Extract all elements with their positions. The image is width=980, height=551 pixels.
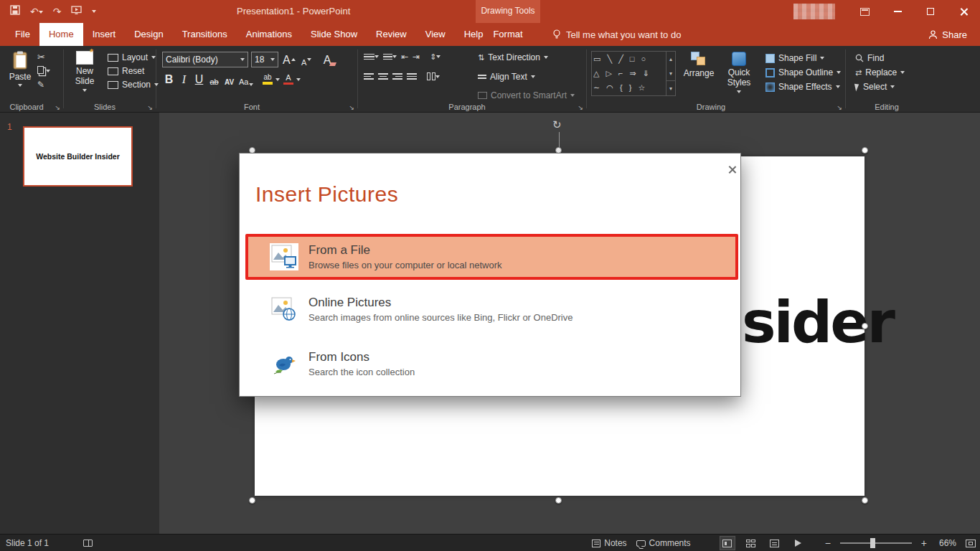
align-text-button[interactable]: Align Text [476,71,537,83]
undo-dropdown-arrow[interactable] [39,11,43,14]
restore-button[interactable] [914,0,947,23]
shapes-row-1[interactable]: ▭ ╲ ╱ □ ○ [593,52,664,66]
start-from-beginning-button[interactable] [71,5,82,18]
cut-button[interactable]: ✂ [37,52,50,62]
selection-handle-bottom-left[interactable] [249,497,255,504]
numbering-dropdown-arrow[interactable] [392,55,397,58]
zoom-level[interactable]: 66% [936,538,956,548]
tab-insert[interactable]: Insert [83,23,126,46]
section-button[interactable]: Section [105,79,161,90]
layout-dropdown-arrow[interactable] [151,56,156,59]
clipboard-dialog-launcher[interactable]: ↘ [55,104,60,111]
shrink-font-button[interactable]: A [300,52,314,67]
ribbon-display-options-button[interactable] [848,0,881,23]
align-right-button[interactable] [392,72,402,81]
drawing-dialog-launcher[interactable]: ↘ [837,104,842,111]
arrange-button[interactable]: Arrange [680,52,717,78]
text-direction-button[interactable]: ⇅Text Direction [476,52,550,63]
minimize-button[interactable] [881,0,914,23]
bullets-dropdown-arrow[interactable] [374,55,379,58]
tab-format[interactable]: Format [476,23,540,46]
replace-button[interactable]: ⇄Replace [853,67,907,78]
copy-dropdown-arrow[interactable] [46,70,50,72]
columns-button[interactable] [427,72,440,80]
shape-effects-button[interactable]: Shape Effects [763,81,843,93]
text-direction-dropdown-arrow[interactable] [544,56,548,59]
font-name-combobox[interactable]: Calibri (Body) [162,52,248,67]
new-slide-button[interactable]: * New Slide [67,51,103,92]
highlight-button[interactable]: ab [260,72,274,87]
bullets-button[interactable] [364,52,379,61]
italic-button[interactable]: I [177,72,191,87]
option-online-pictures[interactable]: Online Pictures Search images from onlin… [270,296,573,323]
change-case-dropdown-arrow[interactable] [249,83,253,86]
font-name-dropdown-arrow[interactable] [240,58,245,61]
line-spacing-dropdown-arrow[interactable] [436,55,440,58]
option-from-a-file[interactable]: From a File Browse files on your compute… [245,234,738,280]
shape-effects-dropdown-arrow[interactable] [836,85,840,88]
spell-check-icon[interactable] [83,540,93,547]
clear-formatting-button[interactable]: A [321,52,334,67]
tab-home[interactable]: Home [39,23,83,46]
notes-button[interactable]: Notes [592,538,626,548]
tell-me-box[interactable]: Tell me what you want to do [552,23,681,46]
align-center-button[interactable] [378,72,388,81]
numbering-button[interactable] [383,52,397,61]
dialog-close-button[interactable] [726,164,729,166]
reset-button[interactable]: Reset [105,65,161,77]
shape-fill-button[interactable]: Shape Fill [763,52,843,64]
layout-button[interactable]: Layout [105,52,161,63]
quick-styles-button[interactable]: Quick Styles [720,52,758,93]
find-button[interactable]: Find [853,52,907,64]
selection-handle-top-right[interactable] [862,147,868,154]
tab-slideshow[interactable]: Slide Show [301,23,367,46]
bold-button[interactable]: B [162,72,176,87]
line-spacing-button[interactable]: ⇕ [430,52,440,62]
zoom-slider[interactable] [840,542,912,544]
paste-dropdown-arrow[interactable] [18,84,22,87]
grow-font-button[interactable]: A [281,52,297,67]
font-size-dropdown-arrow[interactable] [270,58,275,61]
font-color-dropdown-arrow[interactable] [296,78,301,81]
comments-button[interactable]: Comments [636,538,691,548]
font-size-combobox[interactable]: 18 [251,52,278,67]
character-spacing-button[interactable]: AV [222,72,236,87]
shapes-row-3[interactable]: ∼ ◠ { } ☆ [593,81,664,95]
fit-slide-to-window-button[interactable] [966,540,976,547]
slide-sorter-view-button[interactable] [744,537,758,550]
columns-dropdown-arrow[interactable] [435,75,440,78]
reading-view-button[interactable] [768,537,782,550]
shape-outline-dropdown-arrow[interactable] [837,71,841,74]
normal-view-button[interactable] [720,537,735,550]
option-from-icons[interactable]: From Icons Search the icon collection [270,350,415,377]
quick-styles-dropdown-arrow[interactable] [737,90,741,93]
align-left-button[interactable] [364,72,374,81]
change-case-button[interactable]: Aa [237,72,255,87]
undo-button[interactable]: ↶ [30,5,43,18]
paragraph-dialog-launcher[interactable]: ↘ [578,104,583,111]
replace-dropdown-arrow[interactable] [900,71,905,74]
select-dropdown-arrow[interactable] [890,85,895,88]
increase-indent-button[interactable]: ⇥ [413,52,420,62]
shapes-more-button[interactable]: ▾ [666,80,675,95]
tab-design[interactable]: Design [125,23,172,46]
tab-transitions[interactable]: Transitions [173,23,237,46]
rotation-handle[interactable]: ↻ [552,118,562,131]
font-dialog-launcher[interactable]: ↘ [349,104,354,111]
tab-animations[interactable]: Animations [237,23,301,46]
tab-view[interactable]: View [416,23,455,46]
shapes-gallery[interactable]: ▭ ╲ ╱ □ ○ △ ▷ ⌐ ⇒ ⇓ ∼ ◠ { } ☆ ▴ ▾ ▾ [591,51,676,96]
highlight-dropdown-arrow[interactable] [275,78,280,81]
align-text-dropdown-arrow[interactable] [531,75,535,78]
underline-button[interactable]: U [192,72,206,87]
customize-qat-dropdown[interactable] [92,10,96,13]
slides-dialog-launcher[interactable]: ↘ [147,104,153,111]
font-color-button[interactable]: A [281,72,295,87]
convert-smartart-button[interactable]: Convert to SmartArt [476,90,577,101]
copy-button[interactable] [37,66,50,76]
strikethrough-button[interactable]: ab [207,72,221,87]
format-painter-button[interactable]: ✎ [37,80,50,90]
new-slide-dropdown-arrow[interactable] [83,89,87,92]
shapes-row-2[interactable]: △ ▷ ⌐ ⇒ ⇓ [593,67,664,80]
shapes-scroll-up[interactable]: ▴ [666,52,675,66]
